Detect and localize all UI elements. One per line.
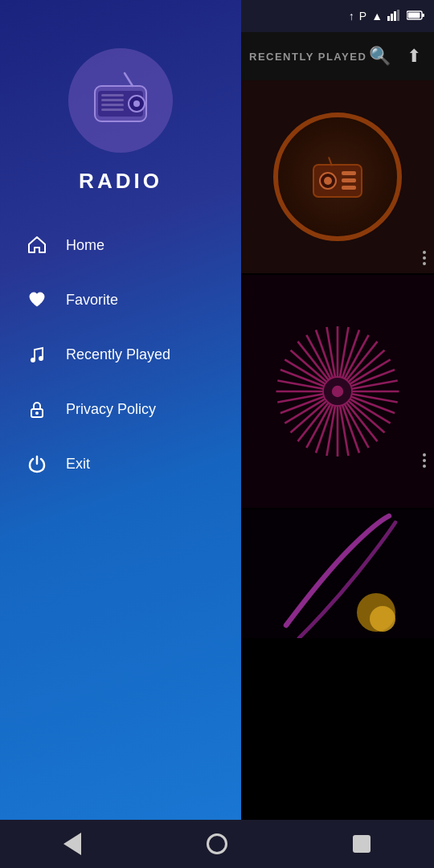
svg-rect-59	[101, 108, 124, 111]
back-button[interactable]	[52, 824, 92, 864]
sunburst-art	[265, 319, 410, 464]
radio-icon	[305, 145, 370, 209]
svg-rect-56	[101, 94, 124, 96]
svg-point-61	[133, 100, 140, 107]
svg-rect-11	[342, 178, 356, 182]
svg-point-53	[370, 606, 395, 632]
status-icons: ↑ P ▲	[349, 10, 424, 23]
card-3[interactable]	[241, 510, 434, 638]
power-icon	[24, 451, 50, 477]
stop-icon	[353, 835, 371, 853]
recently-played-menu-label: Recently Played	[66, 346, 170, 363]
signal-icon	[387, 10, 402, 23]
svg-rect-2	[394, 11, 396, 21]
wifi-icon: ▲	[371, 10, 383, 23]
svg-point-9	[324, 177, 332, 185]
svg-point-64	[39, 356, 43, 361]
svg-point-66	[35, 411, 39, 415]
radio-art	[273, 113, 402, 241]
card-2[interactable]	[241, 275, 434, 508]
svg-rect-0	[387, 16, 390, 21]
more-dot	[423, 251, 426, 254]
card-container	[241, 80, 434, 820]
sunburst-icon	[265, 319, 410, 464]
battery-icon	[407, 10, 424, 23]
exit-label: Exit	[66, 456, 90, 473]
sidebar-item-home[interactable]: Home	[16, 218, 225, 272]
svg-rect-3	[397, 10, 399, 21]
home-label: Home	[66, 237, 104, 254]
more-options-button-2[interactable]	[423, 453, 426, 468]
upload-icon: ↑	[349, 10, 354, 23]
logo-circle	[68, 48, 173, 153]
stop-button[interactable]	[342, 824, 382, 864]
sidebar-menu: Home Favorite Recently Played	[0, 218, 241, 491]
recently-played-label: RECENTLY PLAYED	[249, 51, 366, 63]
sidebar-item-favorite[interactable]: Favorite	[16, 272, 225, 327]
svg-rect-57	[101, 99, 124, 101]
partial-art-icon	[257, 510, 418, 638]
more-dot	[423, 465, 426, 468]
svg-rect-58	[101, 104, 124, 106]
sidebar-item-exit[interactable]: Exit	[16, 436, 225, 491]
sidebar-item-recently-played[interactable]: Recently Played	[16, 327, 225, 382]
recently-played-tab: RECENTLY PLAYED	[241, 32, 434, 80]
radio-logo-icon	[88, 68, 153, 133]
back-icon	[63, 833, 81, 855]
p-icon: P	[359, 10, 366, 23]
svg-line-62	[125, 73, 133, 86]
card-1[interactable]	[241, 80, 434, 273]
svg-rect-10	[342, 171, 356, 175]
home-icon	[24, 232, 50, 258]
more-dot	[423, 262, 426, 265]
svg-rect-1	[391, 14, 393, 21]
privacy-policy-label: Privacy Policy	[66, 401, 156, 418]
sidebar-item-privacy-policy[interactable]: Privacy Policy	[16, 382, 225, 436]
sidebar-logo	[0, 32, 241, 161]
music-icon	[24, 342, 50, 367]
heart-icon	[24, 287, 50, 313]
bottom-nav	[0, 820, 434, 868]
more-options-button-1[interactable]	[423, 251, 426, 265]
home-nav-icon	[207, 833, 227, 854]
more-dot	[423, 256, 426, 260]
favorite-label: Favorite	[66, 292, 118, 309]
svg-rect-6	[408, 13, 420, 18]
svg-point-63	[31, 358, 35, 362]
svg-point-51	[332, 386, 343, 397]
more-dot	[423, 453, 426, 457]
svg-rect-5	[422, 14, 424, 17]
svg-rect-12	[342, 186, 356, 190]
more-dot	[423, 459, 426, 462]
home-button[interactable]	[197, 824, 237, 864]
sidebar-drawer: RADIO Home Favorite	[0, 0, 241, 820]
sidebar-title: RADIO	[0, 169, 241, 194]
lock-icon	[24, 396, 50, 422]
